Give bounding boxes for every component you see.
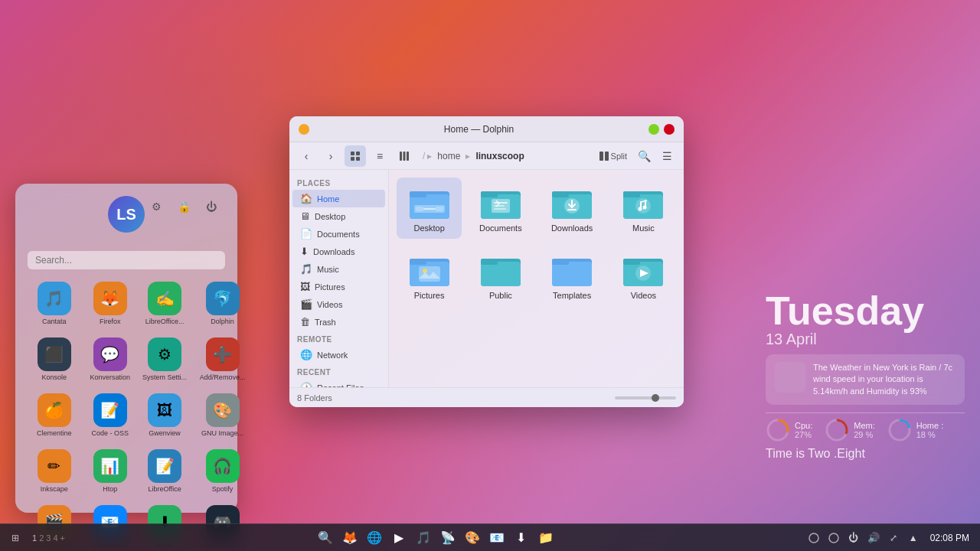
avatar: LS xyxy=(108,196,145,233)
app-item-dolphin[interactable]: 🐬 Dolphin xyxy=(196,279,249,328)
sidebar-item-trash[interactable]: 🗑 Trash xyxy=(292,313,385,331)
system-settings-icon: ⚙ xyxy=(148,337,181,371)
app-item-konversation[interactable]: 💬 Konversation xyxy=(87,334,134,384)
zoom-slider[interactable] xyxy=(615,396,676,399)
sidebar: Places 🏠 Home 🖥 Desktop 📄 Documents ⬇ Do… xyxy=(289,170,389,387)
breadcrumb-linuxscoop[interactable]: linuxscoop xyxy=(472,149,527,163)
maximize-button[interactable]: □ xyxy=(648,124,659,135)
tray-volume[interactable]: 🔊 xyxy=(866,530,881,546)
sidebar-item-desktop[interactable]: 🖥 Desktop xyxy=(292,207,385,225)
zoom-thumb[interactable] xyxy=(652,394,659,402)
code-oss-icon: 📝 xyxy=(93,393,127,427)
tray-circle-2[interactable] xyxy=(826,530,841,546)
forward-button[interactable]: › xyxy=(320,145,341,167)
workspace-3[interactable]: 3 xyxy=(46,533,51,543)
taskbar-rss[interactable]: 📡 xyxy=(437,527,459,549)
workspace-4[interactable]: 4 xyxy=(53,533,57,543)
file-item-desktop[interactable]: Desktop xyxy=(397,178,462,239)
file-item-public[interactable]: Public xyxy=(468,245,533,306)
remote-label: Remote xyxy=(289,331,388,346)
app-item-konsole[interactable]: ⬛ Konsole xyxy=(28,334,81,384)
taskbar-firefox[interactable]: 🦊 xyxy=(339,527,361,549)
file-label-desktop: Desktop xyxy=(413,223,444,233)
gnu-image-icon: 🎨 xyxy=(206,393,240,427)
menu-button[interactable]: ☰ xyxy=(656,145,678,167)
file-item-music[interactable]: Music xyxy=(611,178,676,239)
taskbar-krunner[interactable]: 🔍 xyxy=(315,527,336,549)
list-view-button[interactable]: ≡ xyxy=(369,145,390,167)
svg-rect-47 xyxy=(623,259,640,265)
svg-point-31 xyxy=(635,198,651,214)
sidebar-item-music[interactable]: 🎵 Music xyxy=(292,260,385,278)
back-button[interactable]: ‹ xyxy=(296,145,317,167)
taskbar-chrome[interactable]: 🌐 xyxy=(364,527,385,549)
search-button[interactable]: 🔍 xyxy=(633,145,655,167)
gwenview-icon: 🖼 xyxy=(148,393,181,427)
close-button[interactable]: ✕ xyxy=(664,124,675,135)
tray-resize[interactable]: ⤢ xyxy=(886,530,901,546)
svg-rect-11 xyxy=(410,191,426,197)
app-item-inkscape[interactable]: ✏ Inkscape xyxy=(28,446,81,496)
svg-point-57 xyxy=(829,533,838,543)
taskbar-app-1[interactable]: 🎨 xyxy=(462,527,483,549)
file-item-videos[interactable]: Videos xyxy=(611,245,676,306)
trash-icon: 🗑 xyxy=(300,316,310,328)
taskbar-files[interactable]: 📁 xyxy=(535,527,557,549)
svg-rect-20 xyxy=(494,202,508,204)
show-desktop-button[interactable]: ⊞ xyxy=(6,529,24,547)
svg-rect-44 xyxy=(552,259,569,265)
minimize-button[interactable]: – xyxy=(299,124,309,135)
settings-icon[interactable]: ⚙ xyxy=(145,196,167,217)
grid-view-button[interactable] xyxy=(345,145,366,167)
app-item-clementine[interactable]: 🍊 Clementine xyxy=(28,390,81,440)
workspace-2[interactable]: 2 xyxy=(39,533,44,543)
taskbar-app-3[interactable]: ⬇ xyxy=(511,527,532,549)
tray-power[interactable]: ⏻ xyxy=(846,530,861,546)
clementine-icon: 🍊 xyxy=(38,393,71,427)
split-button[interactable]: Split xyxy=(595,145,632,167)
tray-circle-1[interactable] xyxy=(806,530,822,546)
sidebar-item-recent-files[interactable]: 🕐 Recent Files xyxy=(292,379,385,387)
sidebar-item-home[interactable]: 🏠 Home xyxy=(292,190,385,207)
power-icon[interactable]: ⏻ xyxy=(201,196,222,217)
lock-icon[interactable]: 🔒 xyxy=(173,196,194,217)
split-label: Split xyxy=(611,152,627,161)
taskbar-spotify[interactable]: 🎵 xyxy=(413,527,434,549)
window-controls-right: □ ✕ xyxy=(648,124,675,135)
file-item-documents[interactable]: Documents xyxy=(468,178,533,239)
add-workspace[interactable]: + xyxy=(60,533,65,543)
column-view-button[interactable] xyxy=(394,145,415,167)
search-input[interactable] xyxy=(28,251,225,269)
app-item-cantata[interactable]: 🎵 Cantata xyxy=(28,279,81,328)
app-item-gwenview[interactable]: 🖼 Gwenview xyxy=(139,390,190,440)
app-item-code-oss[interactable]: 📝 Code - OSS xyxy=(87,390,134,440)
sidebar-item-network[interactable]: 🌐 Network xyxy=(292,346,385,364)
sidebar-item-videos[interactable]: 🎬 Videos xyxy=(292,295,385,313)
file-item-templates[interactable]: Templates xyxy=(540,245,605,306)
app-item-system-settings[interactable]: ⚙ System Setti... xyxy=(139,334,190,384)
app-item-gnu-image[interactable]: 🎨 GNU Image... xyxy=(196,390,249,440)
sidebar-item-pictures[interactable]: 🖼 Pictures xyxy=(292,278,385,295)
taskbar-audio-player[interactable]: ▶ xyxy=(388,527,410,549)
mem-label: Mem: xyxy=(854,421,875,430)
app-item-libreoffice[interactable]: 📝 LibreOffice xyxy=(139,446,190,496)
app-item-add-remove[interactable]: ➕ Add/Remove... xyxy=(196,334,249,384)
app-item-firefox[interactable]: 🦊 Firefox xyxy=(87,279,134,328)
file-item-downloads[interactable]: Downloads xyxy=(540,178,605,239)
app-label-cantata: Cantata xyxy=(31,318,78,325)
svg-rect-40 xyxy=(481,262,521,286)
svg-rect-0 xyxy=(351,152,354,155)
app-item-htop[interactable]: 📊 Htop xyxy=(87,446,134,496)
app-item-spotify[interactable]: 🎧 Spotify xyxy=(196,446,249,496)
workspace-1[interactable]: 1 xyxy=(32,533,37,543)
taskbar-app-2[interactable]: 📧 xyxy=(486,527,508,549)
svg-rect-18 xyxy=(481,191,498,197)
file-item-pictures[interactable]: Pictures xyxy=(397,245,462,306)
breadcrumb-home[interactable]: home xyxy=(434,149,463,163)
tray-up[interactable]: ▲ xyxy=(906,530,921,546)
sidebar-item-downloads[interactable]: ⬇ Downloads xyxy=(292,243,385,260)
music-icon: 🎵 xyxy=(300,263,312,275)
sidebar-item-documents[interactable]: 📄 Documents xyxy=(292,225,385,243)
app-item-libreoffice-w[interactable]: ✍ LibreOffice... xyxy=(139,279,190,328)
videos-folder-icon xyxy=(622,251,665,288)
